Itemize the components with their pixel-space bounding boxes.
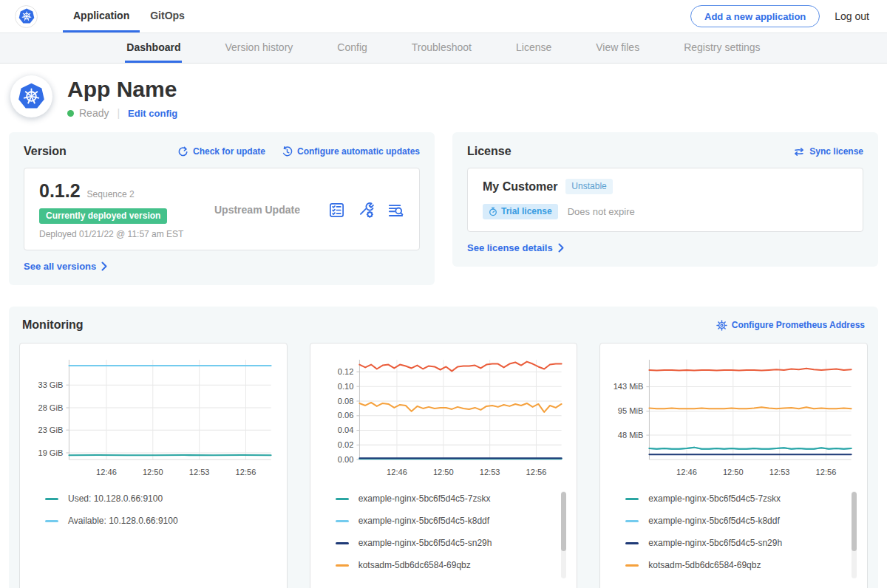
legend-scrollbar-thumb[interactable] — [561, 492, 566, 551]
chevron-right-icon — [558, 243, 564, 253]
app-sub-nav: Dashboard Version history Config Trouble… — [0, 33, 887, 64]
legend-label: example-nginx-5bc6f5d4c5-7zskx — [358, 493, 491, 504]
svg-text:12:53: 12:53 — [769, 468, 790, 476]
svg-text:12:46: 12:46 — [96, 468, 117, 476]
svg-text:95 MiB: 95 MiB — [618, 406, 643, 415]
legend-item[interactable]: Available: 10.128.0.66:9100 — [45, 510, 265, 532]
see-all-versions-link[interactable]: See all versions — [24, 261, 107, 272]
legend-item[interactable]: example-nginx-5bc6f5d4c5-sn29h — [625, 532, 845, 554]
monitoring-card: Monitoring Configure Prometheus A — [9, 307, 878, 588]
top-nav: Application GitOps Add a new application… — [0, 0, 887, 33]
svg-text:12:46: 12:46 — [387, 468, 407, 476]
tab-dashboard[interactable]: Dashboard — [125, 33, 182, 63]
monitoring-title: Monitoring — [22, 318, 84, 332]
tab-application[interactable]: Application — [63, 0, 140, 33]
version-card-title: Version — [24, 145, 67, 158]
memory-usage-chart: 143 MiB95 MiB48 MiB12:4612:5012:5312:56 — [611, 352, 857, 480]
legend-item[interactable]: example-nginx-5bc6f5d4c5-7zskx — [336, 488, 555, 510]
check-for-update-link[interactable]: Check for update — [177, 146, 265, 157]
deployed-status-badge: Currently deployed version — [39, 208, 167, 224]
customer-name: My Customer — [483, 180, 557, 194]
tab-license[interactable]: License — [514, 33, 553, 63]
tab-gitops[interactable]: GitOps — [140, 0, 195, 33]
version-number: 0.1.2 — [39, 180, 81, 202]
svg-text:33 GiB: 33 GiB — [38, 380, 63, 389]
legend-item[interactable]: example-nginx-5bc6f5d4c5-sn29h — [336, 532, 555, 554]
see-license-details-label: See license details — [467, 242, 553, 253]
legend-label: example-nginx-5bc6f5d4c5-7zskx — [648, 493, 781, 504]
license-card: License Sync license My Customer Unstabl… — [452, 132, 878, 267]
legend-scrollbar-thumb[interactable] — [852, 492, 857, 551]
see-license-details-link[interactable]: See license details — [467, 242, 564, 253]
disk-usage-legend: Used: 10.128.0.66:9100Available: 10.128.… — [30, 488, 276, 532]
legend-scrollbar-track — [561, 491, 566, 578]
svg-text:0.10: 0.10 — [337, 382, 353, 391]
legend-item[interactable]: example-nginx-5bc6f5d4c5-k8ddf — [625, 510, 845, 532]
legend-scrollbar-track — [852, 491, 857, 578]
svg-text:23 GiB: 23 GiB — [38, 425, 63, 434]
app-header: App Name Ready | Edit config — [0, 64, 887, 132]
configure-prometheus-link[interactable]: Configure Prometheus Address — [716, 320, 865, 331]
tab-config[interactable]: Config — [336, 33, 368, 63]
license-expiration: Does not expire — [568, 206, 635, 217]
configure-automatic-updates-label: Configure automatic updates — [297, 146, 420, 157]
tab-troubleshoot[interactable]: Troubleshoot — [410, 33, 473, 63]
legend-color-dash — [336, 564, 349, 567]
disk-usage-chart-card: 33 GiB28 GiB23 GiB19 GiB12:4612:5012:531… — [19, 343, 288, 588]
channel-badge: Unstable — [565, 179, 612, 194]
legend-label: Used: 10.128.0.66:9100 — [68, 493, 163, 504]
disk-usage-chart: 33 GiB28 GiB23 GiB19 GiB12:4612:5012:531… — [30, 352, 276, 480]
legend-item[interactable]: example-nginx-5bc6f5d4c5-7zskx — [625, 488, 845, 510]
legend-label: example-nginx-5bc6f5d4c5-sn29h — [648, 538, 782, 548]
tab-registry-settings[interactable]: Registry settings — [682, 33, 761, 63]
configure-prometheus-label: Configure Prometheus Address — [732, 320, 865, 330]
cpu-usage-chart-card: 0.120.100.080.060.040.020.0012:4612:5012… — [310, 343, 578, 588]
svg-text:48 MiB: 48 MiB — [618, 431, 643, 440]
legend-item[interactable]: kotsadm-5db6dc6584-69qbz — [625, 554, 845, 576]
svg-text:143 MiB: 143 MiB — [614, 382, 644, 391]
logout-link[interactable]: Log out — [835, 10, 869, 22]
legend-label: example-nginx-5bc6f5d4c5-sn29h — [358, 538, 492, 548]
svg-text:12:56: 12:56 — [816, 468, 837, 476]
tab-config-label: Config — [337, 41, 367, 53]
svg-text:12:56: 12:56 — [236, 468, 256, 476]
add-application-button[interactable]: Add a new application — [690, 5, 820, 27]
tab-dashboard-label: Dashboard — [126, 41, 180, 53]
chart-title: Memory Usage — [611, 576, 857, 588]
configure-automatic-updates-link[interactable]: Configure automatic updates — [282, 146, 420, 157]
svg-text:12:53: 12:53 — [189, 468, 210, 476]
chart-title: Disk Usage — [30, 576, 276, 588]
memory-usage-legend: example-nginx-5bc6f5d4c5-7zskxexample-ng… — [611, 488, 857, 576]
cpu-usage-plot: 0.120.100.080.060.040.020.0012:4612:5012… — [321, 352, 567, 480]
sync-license-link[interactable]: Sync license — [793, 146, 863, 157]
view-logs-icon[interactable] — [387, 202, 404, 219]
version-card: Version Check for update — [9, 132, 435, 285]
svg-text:0.12: 0.12 — [337, 367, 353, 376]
deployed-timestamp: Deployed 01/21/22 @ 11:57 am EST — [39, 229, 205, 239]
dashboard-main: Version Check for update — [0, 132, 887, 588]
sync-license-label: Sync license — [809, 146, 863, 157]
license-detail-panel: My Customer Unstable Tria — [467, 168, 863, 232]
legend-item[interactable]: Used: 10.128.0.66:9100 — [45, 488, 265, 510]
release-notes-icon[interactable] — [328, 202, 345, 219]
tab-view-files[interactable]: View files — [594, 33, 641, 63]
svg-text:12:50: 12:50 — [723, 468, 744, 476]
license-type-badge: Trial license — [483, 204, 558, 219]
page-title: App Name — [67, 77, 177, 101]
legend-color-dash — [45, 498, 58, 500]
legend-item[interactable]: example-nginx-5bc6f5d4c5-k8ddf — [336, 510, 555, 532]
legend-color-dash — [625, 564, 639, 567]
tab-version-history[interactable]: Version history — [223, 33, 294, 63]
legend-color-dash — [336, 542, 349, 544]
svg-text:12:46: 12:46 — [676, 468, 697, 476]
legend-color-dash — [625, 542, 639, 544]
tab-gitops-label: GitOps — [150, 10, 185, 21]
edit-config-link[interactable]: Edit config — [128, 108, 177, 119]
refresh-icon — [177, 146, 188, 157]
svg-text:19 GiB: 19 GiB — [38, 448, 63, 457]
legend-item[interactable]: kotsadm-5db6dc6584-69qbz — [336, 554, 555, 576]
license-type-label: Trial license — [501, 206, 552, 216]
sync-icon — [793, 146, 805, 157]
version-sequence: Sequence 2 — [87, 189, 135, 199]
config-wrench-icon[interactable] — [358, 202, 375, 219]
